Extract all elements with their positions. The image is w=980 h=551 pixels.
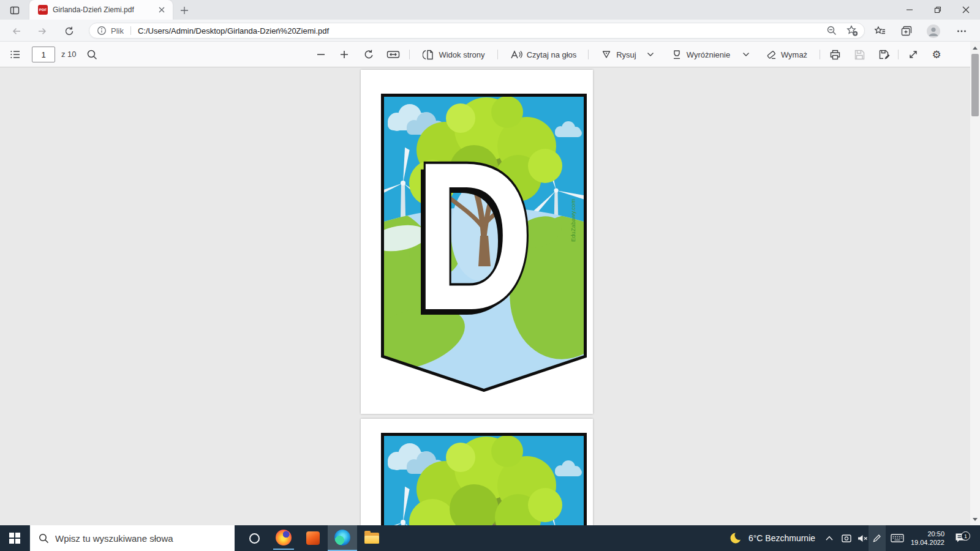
erase-button[interactable]: Wymaż: [762, 47, 811, 62]
profile-button[interactable]: [926, 24, 941, 39]
notification-badge: 1: [961, 531, 970, 541]
chevron-down-icon: [742, 52, 750, 57]
temperature-label: 6°C: [748, 533, 763, 543]
windows-ink-button[interactable]: [869, 525, 886, 551]
tablet-mode-button[interactable]: [839, 525, 854, 551]
tray-overflow-button[interactable]: [822, 525, 837, 551]
plus-icon: [339, 49, 350, 60]
pdf-page-1: D D: [361, 70, 593, 414]
taskbar-search[interactable]: [29, 525, 235, 551]
highlight-options-chevron[interactable]: [740, 47, 752, 62]
taskbar-app-firefox[interactable]: [269, 525, 298, 551]
tab-close-button[interactable]: [157, 5, 167, 15]
toolbar-separator: [497, 50, 498, 59]
vertical-scrollbar[interactable]: [970, 42, 980, 525]
weather-widget[interactable]: 6°C Bezchmurnie: [726, 525, 818, 551]
clock-date: 19.04.2022: [911, 538, 944, 547]
chevron-up-icon: [826, 536, 833, 541]
taskbar-app-explorer[interactable]: [357, 525, 386, 551]
pdf-viewer: EduZabawy.com D D: [0, 67, 970, 525]
draw-options-chevron[interactable]: [644, 47, 657, 62]
highlight-button[interactable]: Wyróżnienie: [666, 47, 735, 62]
search-icon: [39, 533, 49, 544]
erase-label: Wymaż: [781, 50, 807, 59]
volume-muted-button[interactable]: [855, 525, 870, 551]
window-close-button[interactable]: [952, 0, 980, 20]
back-arrow-icon: [11, 26, 22, 37]
chevron-down-icon: [647, 52, 654, 57]
banner-letter: D: [415, 118, 533, 354]
print-button[interactable]: [827, 47, 843, 62]
fullscreen-icon: [908, 49, 919, 60]
taskbar-app-office[interactable]: [298, 525, 328, 551]
eraser-icon: [766, 49, 777, 60]
draw-button[interactable]: Rysuj: [598, 47, 639, 62]
zoom-out-button[interactable]: [313, 47, 329, 62]
refresh-icon: [64, 26, 75, 37]
pen-nib-icon: [601, 49, 612, 60]
add-favorite-icon[interactable]: [846, 24, 858, 37]
rotate-button[interactable]: [361, 47, 377, 62]
pdf-page-2: [361, 419, 593, 525]
touch-keyboard-button[interactable]: [888, 525, 907, 551]
zoom-indicator-icon[interactable]: [826, 25, 837, 36]
edge-icon: [334, 530, 350, 545]
action-center-button[interactable]: 1: [949, 525, 973, 551]
pdf-settings-button[interactable]: ⚙: [929, 47, 944, 62]
window-restore-button[interactable]: [924, 0, 952, 20]
speaker-mute-icon: [857, 533, 869, 544]
scroll-down-arrow[interactable]: [970, 514, 980, 524]
highlighter-icon: [671, 49, 682, 60]
scrollbar-thumb[interactable]: [971, 54, 979, 116]
toc-button[interactable]: [7, 47, 23, 62]
save-as-button[interactable]: [876, 47, 892, 62]
draw-label: Rysuj: [616, 50, 636, 59]
fit-width-button[interactable]: [385, 47, 402, 62]
taskbar-search-input[interactable]: [55, 533, 221, 544]
info-icon[interactable]: [97, 26, 107, 36]
restore-icon: [934, 6, 941, 13]
taskbar-clock[interactable]: 20:50 19.04.2022: [905, 525, 944, 551]
collections-icon: [900, 25, 913, 37]
toolbar-separator: [898, 50, 899, 59]
page-number-input[interactable]: [32, 47, 55, 62]
scroll-up-arrow[interactable]: [970, 43, 980, 53]
taskbar-app-opera[interactable]: [239, 525, 269, 551]
fit-to-width-icon: [386, 49, 400, 60]
forward-button[interactable]: [35, 24, 50, 39]
browser-tab[interactable]: PDF Girlanda-Dzień Ziemi.pdf: [29, 0, 173, 20]
zoom-in-button[interactable]: [336, 47, 352, 62]
more-dots-icon: [956, 26, 967, 37]
forward-arrow-icon: [37, 26, 48, 37]
tab-actions-button[interactable]: [6, 3, 23, 18]
back-button[interactable]: [9, 24, 24, 39]
collections-button[interactable]: [899, 24, 914, 39]
pdf-favicon: PDF: [38, 5, 48, 15]
clock-time: 20:50: [927, 530, 944, 538]
fullscreen-button[interactable]: [905, 47, 921, 62]
banner-pennant-2: [381, 433, 587, 525]
start-button[interactable]: [0, 525, 29, 551]
close-icon: [159, 7, 165, 13]
read-aloud-button[interactable]: Czytaj na głos: [506, 47, 581, 62]
address-bar[interactable]: Plik C:/Users/Admin/Desktop/Girlanda-Dzi…: [89, 23, 865, 39]
file-explorer-icon: [364, 533, 379, 544]
window-minimize-button[interactable]: [895, 0, 924, 20]
printer-icon: [829, 49, 841, 61]
browser-menu-button[interactable]: [954, 24, 969, 39]
keyboard-icon: [891, 533, 904, 543]
tablet-icon: [841, 533, 852, 544]
rotate-icon: [363, 49, 375, 61]
page-view-button[interactable]: Widok strony: [418, 47, 490, 62]
refresh-button[interactable]: [62, 24, 77, 39]
favorites-button[interactable]: [873, 24, 888, 39]
windows-logo-icon: [9, 533, 20, 544]
search-icon: [86, 49, 98, 61]
pdf-search-button[interactable]: [84, 47, 100, 62]
new-tab-button[interactable]: [178, 4, 191, 17]
windows-taskbar: 6°C Bezchmurnie: [0, 525, 980, 551]
pen-icon: [872, 533, 883, 544]
read-aloud-label: Czytaj na głos: [527, 50, 577, 59]
taskbar-app-edge-active[interactable]: [328, 525, 357, 551]
url-text[interactable]: C:/Users/Admin/Desktop/Girlanda-Dzień%20…: [138, 26, 329, 36]
